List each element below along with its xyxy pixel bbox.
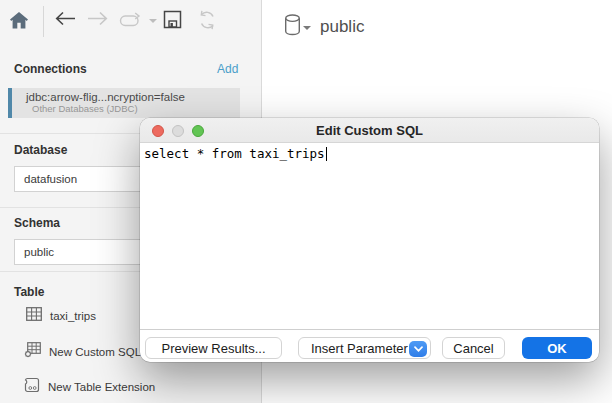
- new-table-extension-label: New Table Extension: [48, 381, 155, 393]
- replay-icon[interactable]: [119, 12, 144, 31]
- replay-dropdown-caret-icon[interactable]: [149, 19, 157, 23]
- table-row-label: taxi_trips: [50, 310, 96, 322]
- tableau-data-source-window: Connections Add jdbc:arrow-flig...ncrypt…: [0, 0, 612, 403]
- connections-header: Connections: [14, 62, 87, 76]
- save-icon[interactable]: [163, 10, 182, 33]
- preview-results-button[interactable]: Preview Results...: [145, 337, 282, 359]
- insert-parameter-button[interactable]: Insert Parameter: [298, 337, 431, 359]
- dialog-titlebar[interactable]: Edit Custom SQL: [140, 118, 599, 143]
- schema-header: Schema: [14, 216, 60, 230]
- add-connection-link[interactable]: Add: [217, 62, 238, 76]
- zoom-icon[interactable]: [192, 125, 204, 137]
- sql-editor[interactable]: select * from taxi_trips: [140, 143, 599, 330]
- page-title: public: [320, 17, 364, 37]
- table-extension-icon: [24, 377, 40, 397]
- edit-custom-sql-dialog: Edit Custom SQL select * from taxi_trips…: [140, 118, 599, 362]
- database-cylinder-icon: [284, 14, 301, 40]
- insert-parameter-label: Insert Parameter: [311, 341, 408, 356]
- database-header: Database: [14, 143, 67, 157]
- dialog-title: Edit Custom SQL: [316, 123, 423, 138]
- connection-list-item[interactable]: jdbc:arrow-flig...ncryption=false Other …: [8, 88, 240, 118]
- table-grid-icon: [26, 307, 42, 325]
- custom-sql-icon: [24, 342, 41, 362]
- chevron-down-icon: [409, 341, 427, 357]
- table-header: Table: [14, 285, 44, 299]
- text-cursor: [326, 147, 327, 161]
- database-dropdown-caret-icon[interactable]: [303, 26, 311, 30]
- home-icon[interactable]: [9, 11, 29, 34]
- refresh-icon[interactable]: [197, 10, 217, 34]
- forward-arrow-icon[interactable]: [87, 11, 108, 30]
- new-table-extension-item[interactable]: New Table Extension: [0, 377, 262, 397]
- sql-text: select * from taxi_trips: [144, 146, 325, 161]
- schema-select-value: public: [24, 246, 54, 258]
- minimize-icon[interactable]: [172, 125, 184, 137]
- connection-type: Other Databases (JDBC): [32, 103, 240, 114]
- database-select-value: datafusion: [24, 173, 77, 185]
- new-custom-sql-label: New Custom SQL: [49, 346, 141, 358]
- back-arrow-icon[interactable]: [55, 11, 76, 30]
- connection-name: jdbc:arrow-flig...ncryption=false: [26, 91, 240, 103]
- toolbar-divider: [43, 6, 44, 37]
- close-icon[interactable]: [152, 125, 164, 137]
- ok-button[interactable]: OK: [522, 337, 592, 359]
- cancel-button[interactable]: Cancel: [442, 337, 505, 359]
- traffic-lights: [152, 125, 204, 137]
